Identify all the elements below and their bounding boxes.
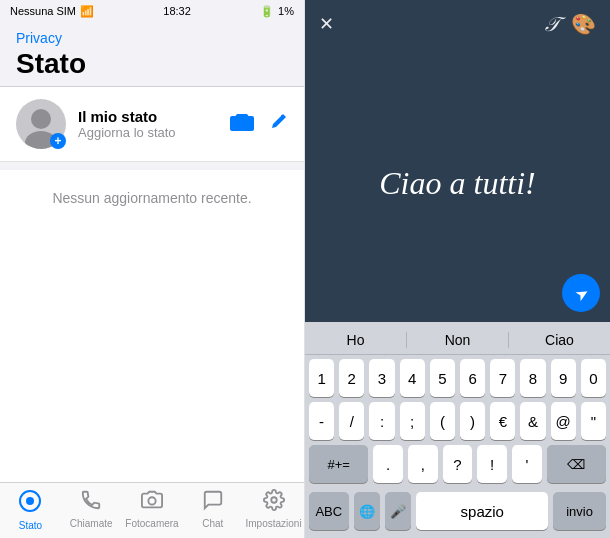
divider-top [0, 162, 304, 170]
font-style-icon[interactable]: 𝒯 [544, 13, 557, 36]
avatar-container: + [16, 99, 66, 149]
key-euro[interactable]: € [490, 402, 515, 440]
phone-icon [80, 489, 102, 516]
key-1[interactable]: 1 [309, 359, 334, 397]
tab-stato[interactable]: Stato [0, 489, 61, 531]
add-status-icon[interactable]: + [50, 133, 66, 149]
palette-icon[interactable]: 🎨 [571, 12, 596, 36]
no-updates-label: Nessun aggiornamento recente. [0, 170, 304, 226]
edit-icon[interactable] [268, 112, 288, 137]
globe-icon[interactable]: 🌐 [354, 492, 380, 530]
svg-point-3 [26, 497, 34, 505]
pencil-svg [268, 112, 288, 132]
microphone-icon[interactable]: 🎤 [385, 492, 411, 530]
settings-svg [263, 489, 285, 511]
message-area: Ciao a tutti! ➤ [305, 44, 610, 322]
time-label: 18:32 [163, 5, 191, 17]
key-9[interactable]: 9 [551, 359, 576, 397]
key-abc[interactable]: ABC [309, 492, 349, 530]
key-at[interactable]: @ [551, 402, 576, 440]
key-quote[interactable]: " [581, 402, 606, 440]
key-ampersand[interactable]: & [520, 402, 545, 440]
back-button[interactable]: Privacy [16, 30, 288, 46]
send-button[interactable]: ➤ [562, 274, 600, 312]
tab-stato-label: Stato [19, 520, 42, 531]
message-text: Ciao a tutti! [379, 165, 535, 202]
key-dash[interactable]: - [309, 402, 334, 440]
profile-info: Il mio stato Aggiorna lo stato [78, 108, 230, 140]
camera-svg [230, 112, 254, 132]
key-comma[interactable]: , [408, 445, 438, 483]
number-row: 1 2 3 4 5 6 7 8 9 0 [309, 359, 606, 397]
tab-chiamate-label: Chiamate [70, 518, 113, 529]
keyboard-suggestions: Ho Non Ciao [305, 326, 610, 355]
nav-bar: Privacy Stato [0, 22, 304, 87]
profile-actions [230, 112, 288, 137]
key-2[interactable]: 2 [339, 359, 364, 397]
tab-chiamate[interactable]: Chiamate [61, 489, 122, 529]
tab-impostazioni-label: Impostazioni [246, 518, 302, 529]
profile-name: Il mio stato [78, 108, 230, 125]
tab-chat-label: Chat [202, 518, 223, 529]
key-slash[interactable]: / [339, 402, 364, 440]
right-panel: ✕ 𝒯 🎨 Ciao a tutti! ➤ Ho Non Ciao 1 2 3 … [305, 0, 610, 538]
profile-section: + Il mio stato Aggiorna lo stato [0, 87, 304, 162]
header-left: ✕ [319, 13, 334, 35]
camera-icon[interactable] [230, 112, 254, 137]
key-exclaim[interactable]: ! [477, 445, 507, 483]
key-4[interactable]: 4 [400, 359, 425, 397]
carrier-label: Nessuna SIM [10, 5, 76, 17]
page-title: Stato [16, 48, 288, 80]
svg-point-5 [271, 497, 277, 503]
key-8[interactable]: 8 [520, 359, 545, 397]
keyboard-area: Ho Non Ciao 1 2 3 4 5 6 7 8 9 0 - / : [305, 322, 610, 538]
send-arrow-icon: ➤ [571, 282, 592, 305]
key-semicolon[interactable]: ; [400, 402, 425, 440]
tab-fotocamera[interactable]: Fotocamera [122, 489, 183, 529]
right-header: ✕ 𝒯 🎨 [305, 0, 610, 44]
chat-svg [202, 489, 224, 511]
symbol-row: - / : ; ( ) € & @ " [309, 402, 606, 440]
wifi-icon: 📶 [80, 5, 94, 18]
suggestion-ho[interactable]: Ho [305, 332, 407, 348]
phone-svg [80, 489, 102, 511]
key-open-paren[interactable]: ( [430, 402, 455, 440]
keyboard-rows: 1 2 3 4 5 6 7 8 9 0 - / : ; ( ) € & [305, 355, 610, 483]
key-close-paren[interactable]: ) [460, 402, 485, 440]
key-hashtag[interactable]: #+= [309, 445, 368, 483]
battery-label: 1% [278, 5, 294, 17]
key-colon[interactable]: : [369, 402, 394, 440]
tab-bar: Stato Chiamate Fotocamera [0, 482, 304, 538]
key-question[interactable]: ? [443, 445, 473, 483]
svg-point-0 [31, 109, 51, 129]
status-bar-left: Nessuna SIM 📶 [10, 5, 94, 18]
key-apostrophe[interactable]: ' [512, 445, 542, 483]
key-6[interactable]: 6 [460, 359, 485, 397]
battery-icon: 🔋 [260, 5, 274, 18]
stato-icon [18, 489, 42, 518]
status-bar: Nessuna SIM 📶 18:32 🔋 1% [0, 0, 304, 22]
key-0[interactable]: 0 [581, 359, 606, 397]
camera-tab-svg [141, 489, 163, 511]
key-3[interactable]: 3 [369, 359, 394, 397]
tab-fotocamera-label: Fotocamera [125, 518, 178, 529]
profile-subtitle: Aggiorna lo stato [78, 125, 230, 140]
chat-icon [202, 489, 224, 516]
tab-impostazioni[interactable]: Impostazioni [243, 489, 304, 529]
suggestion-non[interactable]: Non [407, 332, 509, 348]
settings-icon [263, 489, 285, 516]
close-button[interactable]: ✕ [319, 13, 334, 35]
key-period[interactable]: . [373, 445, 403, 483]
invio-key[interactable]: invio [553, 492, 606, 530]
key-5[interactable]: 5 [430, 359, 455, 397]
fotocamera-icon [141, 489, 163, 516]
tab-chat[interactable]: Chat [182, 489, 243, 529]
backspace-icon[interactable]: ⌫ [547, 445, 606, 483]
suggestion-ciao[interactable]: Ciao [509, 332, 610, 348]
key-7[interactable]: 7 [490, 359, 515, 397]
special-row: #+= . , ? ! ' ⌫ [309, 445, 606, 483]
space-key[interactable]: spazio [416, 492, 548, 530]
left-panel: Nessuna SIM 📶 18:32 🔋 1% Privacy Stato +… [0, 0, 305, 538]
empty-area [0, 226, 304, 482]
header-right: 𝒯 🎨 [544, 12, 596, 36]
